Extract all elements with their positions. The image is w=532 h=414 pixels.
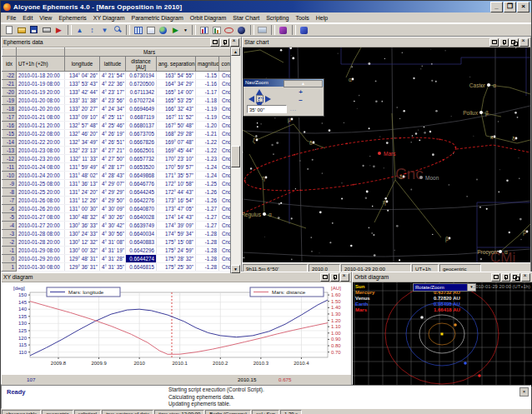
help-book-icon[interactable] bbox=[299, 25, 309, 35]
xy-pin-icon[interactable] bbox=[330, 273, 339, 282]
nav-zoom-palette[interactable]: Nav/Zoom ▲ + − 35' 00" ... bbox=[243, 78, 324, 117]
table-row[interactable]: -22010-01-28 20:00130° 12' 32"4° 31' 08"… bbox=[3, 238, 234, 247]
table-row[interactable]: -172010-01-21 08:00133° 09' 10"4° 25' 11… bbox=[3, 113, 234, 122]
field-of-view-input[interactable]: 35' 00" bbox=[247, 105, 287, 113]
menu-orbit-diagram[interactable]: Orbit Diagram bbox=[187, 15, 230, 21]
zoom-out-icon[interactable]: − bbox=[297, 97, 304, 104]
ephemeris-table-icon[interactable] bbox=[133, 25, 143, 35]
image-icon[interactable] bbox=[257, 25, 268, 35]
close-button[interactable]: × bbox=[517, 2, 529, 12]
nav-zoom-titlebar[interactable]: Nav/Zoom ▲ bbox=[243, 79, 324, 87]
orbit-mode-dropdown[interactable]: Rotate/Zoom ▼ bbox=[413, 283, 476, 292]
menu-ephemeris[interactable]: Ephemeris bbox=[55, 15, 89, 21]
ephemeris-table[interactable]: MarsidxUT+1h (+2h)longitudelatitudedista… bbox=[2, 47, 234, 272]
move-up-icon[interactable]: ▲ bbox=[74, 25, 85, 35]
statusbar-cell: geocentric bbox=[42, 410, 73, 414]
table-row[interactable]: -162010-01-21 20:00132° 57' 48"4° 25' 46… bbox=[3, 122, 234, 130]
collapse-icon[interactable]: ▲ bbox=[284, 80, 323, 87]
print-icon[interactable] bbox=[41, 25, 52, 35]
table-row[interactable]: -12010-01-29 08:00130° 00' 32"4° 31' 19"… bbox=[3, 247, 234, 255]
xy-chart[interactable]: 2009.82009.920102010.12010.22010.32010.4… bbox=[2, 282, 351, 374]
xy-maximize-button[interactable] bbox=[320, 273, 329, 282]
table-row[interactable]: -52010-01-27 08:00130° 48' 32"4° 30' 26"… bbox=[3, 213, 234, 222]
table-column-headers[interactable]: idxUT+1h (+2h)longitudelatitudedistance[… bbox=[3, 57, 234, 72]
open-icon[interactable] bbox=[16, 25, 27, 35]
table-row[interactable]: -112010-01-24 08:00131° 59' 49"4° 28' 17… bbox=[3, 163, 234, 172]
table-row[interactable]: 02010-01-29 20:00129° 48' 31"4° 31' 28"0… bbox=[3, 255, 234, 263]
export-icon[interactable]: ▶ bbox=[53, 25, 64, 35]
orbit-pin-icon[interactable] bbox=[501, 273, 510, 282]
globe-icon[interactable] bbox=[158, 25, 168, 35]
star-chart-float-button[interactable] bbox=[509, 38, 519, 47]
table-row[interactable]: -132010-01-23 08:00132° 23' 13"4° 27' 21… bbox=[3, 147, 234, 155]
scripting-icon[interactable] bbox=[278, 25, 289, 35]
pan-right-icon[interactable] bbox=[265, 96, 271, 102]
orbit-canvas[interactable]: SunMercury0.43732 AUVenus0.72820 AUEarth… bbox=[353, 282, 532, 387]
save-icon[interactable] bbox=[28, 25, 39, 35]
search-icon[interactable] bbox=[112, 25, 123, 35]
table-row[interactable]: -142010-01-22 20:00132° 34' 49"4° 26' 51… bbox=[3, 138, 234, 147]
pan-up-icon[interactable] bbox=[256, 89, 263, 95]
star-chart-pin-icon[interactable] bbox=[499, 38, 509, 47]
new-document-icon[interactable] bbox=[3, 25, 14, 35]
restore-button[interactable]: ❐ bbox=[504, 2, 516, 12]
table-row[interactable]: -122010-01-23 20:00132° 11' 33"4° 27' 50… bbox=[3, 155, 234, 163]
star-chart-maximize-button[interactable] bbox=[489, 38, 499, 47]
table-row[interactable]: -42010-01-27 20:00130° 36' 33"4° 30' 42"… bbox=[3, 222, 234, 230]
xy-diagram-panel: XY diagram 2009.82009.920102010.12010.22… bbox=[1, 272, 352, 385]
xy-close-button[interactable] bbox=[340, 273, 349, 282]
ephemeris-close-button[interactable] bbox=[230, 38, 239, 47]
orbit-diagram-icon[interactable] bbox=[223, 25, 234, 35]
table-row[interactable]: -182010-01-20 20:00133° 20' 27"4° 24' 34… bbox=[3, 105, 234, 113]
scroll-up-icon[interactable]: ▲ bbox=[231, 47, 240, 56]
orbit-maximize-button[interactable] bbox=[491, 273, 500, 282]
ephemeris-maximize-button[interactable] bbox=[210, 38, 219, 47]
star-chart-close-button[interactable] bbox=[519, 38, 529, 47]
menu-xy-diagram[interactable]: XY Diagram bbox=[90, 15, 128, 21]
ephemeris-scrollbar[interactable]: ▲ ▼ bbox=[230, 47, 241, 273]
scroll-down-icon[interactable]: ▼ bbox=[231, 265, 240, 273]
xy-diagram-icon[interactable] bbox=[198, 25, 209, 35]
ephemeris-pin-icon[interactable] bbox=[220, 38, 229, 47]
menu-view[interactable]: View bbox=[36, 15, 55, 21]
log-line: Starting script execution (Control Scrip… bbox=[168, 387, 264, 394]
svg-text:Pollux: Pollux bbox=[463, 110, 478, 116]
table-options-icon[interactable] bbox=[145, 25, 156, 35]
menu-file[interactable]: File bbox=[3, 15, 19, 21]
run-script-dropdown[interactable]: ▼ bbox=[183, 25, 188, 35]
menu-scripting[interactable]: Scripting bbox=[263, 15, 292, 21]
orbit-float-button[interactable] bbox=[511, 273, 520, 282]
star-chart-canvas[interactable]: LMiCncCMiCastorαPolluxβRegulusαProcyonαα… bbox=[243, 47, 530, 262]
move-down-icon[interactable]: ▼ bbox=[99, 25, 110, 35]
menu-edit[interactable]: Edit bbox=[19, 15, 36, 21]
menu-star-chart[interactable]: Star Chart bbox=[229, 15, 263, 21]
table-row[interactable]: -102010-01-24 20:00131° 48' 02"4° 28' 43… bbox=[3, 172, 234, 180]
star-chart-icon[interactable] bbox=[236, 25, 247, 35]
menu-tools[interactable]: Tools bbox=[292, 15, 312, 21]
table-row[interactable]: -202010-01-19 20:00133° 42' 44"4° 23' 17… bbox=[3, 88, 234, 97]
table-row[interactable]: -212010-01-19 08:00133° 53' 43"4° 22' 36… bbox=[3, 80, 234, 88]
pan-left-icon[interactable] bbox=[248, 96, 254, 102]
table-row[interactable]: -32010-01-28 08:00130° 24' 33"4° 30' 56"… bbox=[3, 230, 234, 238]
table-row[interactable]: -192010-01-20 08:00133° 31' 38"4° 23' 56… bbox=[3, 97, 234, 105]
menu-parametric-diagram[interactable]: Parametric Diagram bbox=[128, 15, 186, 21]
svg-text:α: α bbox=[504, 249, 508, 255]
table-row[interactable]: -92010-01-25 08:00131° 36' 13"4° 29' 07"… bbox=[3, 180, 234, 188]
parametric-diagram-icon[interactable] bbox=[211, 25, 222, 35]
table-row[interactable]: -222010-01-18 20:00134° 04' 26"4° 21' 54… bbox=[3, 72, 234, 80]
minimize-button[interactable]: _ bbox=[490, 2, 503, 12]
table-row[interactable]: -152010-01-22 08:00132° 46' 20"4° 26' 19… bbox=[3, 130, 234, 138]
table-row[interactable]: -62010-01-26 20:00131° 00' 30"4° 30' 09"… bbox=[3, 205, 234, 213]
scrollbar-thumb[interactable] bbox=[231, 146, 240, 167]
zoom-in-icon[interactable]: + bbox=[297, 89, 304, 96]
pan-center-button[interactable] bbox=[256, 95, 263, 102]
fov-more-button[interactable]: ... bbox=[290, 107, 297, 112]
orbit-close-button[interactable] bbox=[521, 273, 530, 282]
menu-help[interactable]: Help bbox=[313, 15, 331, 21]
fit-rows-icon[interactable]: ↕ bbox=[87, 25, 98, 35]
log-scroll-icon[interactable]: × bbox=[519, 387, 529, 397]
table-row[interactable]: -82010-01-25 20:00131° 24' 20"4° 29' 29"… bbox=[3, 188, 234, 197]
table-row[interactable]: -72010-01-26 08:00131° 12' 26"4° 29' 50"… bbox=[3, 197, 234, 205]
run-script-icon[interactable]: ▶ bbox=[170, 25, 181, 35]
table-row[interactable]: 12010-01-30 08:00129° 36' 31"4° 31' 35"0… bbox=[3, 263, 234, 272]
